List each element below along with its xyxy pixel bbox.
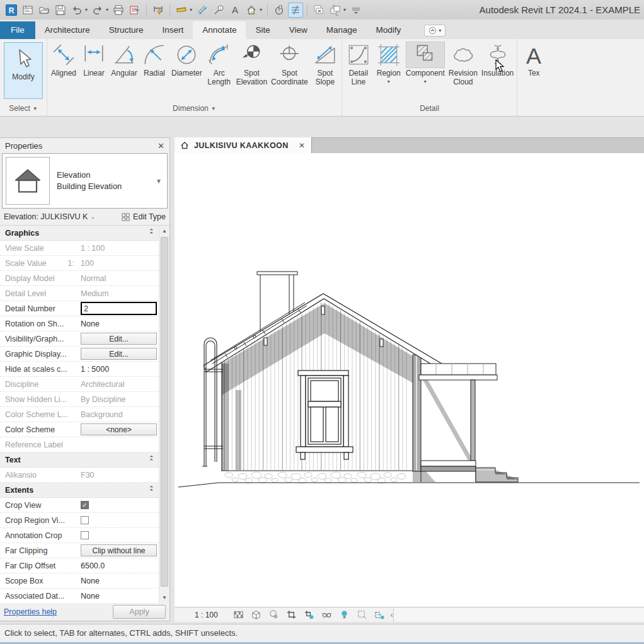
- tab-site[interactable]: Site: [246, 21, 279, 39]
- reveal-constraints-icon[interactable]: [355, 609, 369, 621]
- undo-button-dropdown[interactable]: ▾: [85, 7, 88, 13]
- measure-button-icon[interactable]: [174, 3, 189, 18]
- scroll-down-icon[interactable]: ▼: [159, 592, 170, 603]
- tool-dropdown-icon[interactable]: ▾: [388, 79, 390, 84]
- scroll-up-icon[interactable]: ▲: [159, 226, 170, 236]
- tool-dropdown-icon[interactable]: ▾: [424, 79, 427, 84]
- revit-logo-icon[interactable]: R: [4, 3, 19, 18]
- param-value[interactable]: 1 : 5000: [78, 365, 159, 374]
- open-button-icon[interactable]: [37, 3, 52, 18]
- ribbon-minimize-button[interactable]: ▾: [424, 25, 446, 37]
- section-button-icon[interactable]: [272, 3, 287, 18]
- collapse-section-icon[interactable]: ⌃⌃: [149, 457, 154, 463]
- param-value[interactable]: None: [78, 592, 159, 601]
- tool-revision-cloud[interactable]: Revision Cloud: [447, 40, 480, 88]
- param-value[interactable]: None: [78, 577, 159, 585]
- close-inactive-windows-button-icon[interactable]: [311, 3, 326, 18]
- edit-type-button[interactable]: Edit Type: [121, 212, 166, 222]
- tab-annotate[interactable]: Annotate: [193, 21, 246, 39]
- properties-help-link[interactable]: Properties help: [4, 607, 57, 616]
- tab-view[interactable]: View: [280, 21, 317, 39]
- text-button-icon[interactable]: A: [227, 3, 243, 18]
- tool-modify[interactable]: Modify: [4, 42, 43, 99]
- sun-path-icon[interactable]: [267, 609, 281, 621]
- param-button-far-clipping[interactable]: Clip without line: [81, 544, 157, 556]
- collapse-section-icon[interactable]: ⌃⌃: [149, 230, 154, 236]
- panel-label[interactable]: Dimension▼: [47, 101, 342, 116]
- tag-button-icon[interactable]: 1: [211, 3, 226, 18]
- param-checkbox-crop-view[interactable]: ✓: [81, 501, 89, 509]
- tab-insert[interactable]: Insert: [153, 21, 193, 39]
- param-value[interactable]: 6500.0: [78, 561, 159, 570]
- tab-manage[interactable]: Manage: [317, 21, 367, 39]
- view-tab[interactable]: JULKISIVU KAAKKOON ✕: [175, 137, 312, 153]
- tool-component[interactable]: Component▾: [404, 40, 447, 86]
- drawing-viewport[interactable]: [175, 153, 644, 607]
- properties-close-icon[interactable]: ✕: [158, 141, 164, 151]
- redo-button-icon[interactable]: [90, 3, 105, 18]
- switch-windows-button-dropdown[interactable]: ▾: [343, 7, 346, 13]
- tab-modify[interactable]: Modify: [366, 21, 410, 39]
- aligned-dimension-button-icon[interactable]: [195, 3, 210, 18]
- show-crop-icon[interactable]: [302, 609, 316, 621]
- sheet-button-icon[interactable]: [127, 3, 142, 18]
- tool-angular[interactable]: Angular: [109, 40, 139, 79]
- collapse-section-icon[interactable]: ⌃⌃: [149, 487, 154, 493]
- save-button-icon[interactable]: [53, 3, 68, 18]
- param-checkbox-crop-region-vi[interactable]: [81, 516, 89, 524]
- tool-spot-coordinate[interactable]: Spot Coordinate: [269, 40, 310, 88]
- type-selector[interactable]: Elevation Building Elevation ▼: [2, 153, 168, 209]
- tool-aligned[interactable]: Aligned: [49, 40, 79, 79]
- properties-scrollbar[interactable]: ▲ ▼: [159, 226, 170, 603]
- instance-caret-icon[interactable]: ⌄: [90, 214, 95, 220]
- param-button-graphic-display[interactable]: Edit...: [81, 348, 157, 360]
- home-window-button-icon[interactable]: [20, 3, 35, 18]
- tool-diameter[interactable]: Diameter: [170, 40, 204, 79]
- redo-button-dropdown[interactable]: ▾: [106, 7, 108, 13]
- tool-detail-line[interactable]: Detail Line: [343, 40, 374, 88]
- measure-button-dropdown[interactable]: ▾: [190, 7, 192, 13]
- type-selector-caret-icon[interactable]: ▼: [151, 178, 167, 185]
- default-3d-view-button-icon[interactable]: [244, 3, 259, 18]
- print-button-icon[interactable]: [111, 3, 126, 18]
- tool-tex[interactable]: ATex: [519, 40, 549, 79]
- panel-label[interactable]: Select▼: [0, 101, 47, 116]
- reveal-hidden-icon[interactable]: [320, 609, 334, 621]
- tool-arc-length[interactable]: Arc Length: [204, 40, 234, 88]
- tool-spot-elevation[interactable]: Spot Elevation: [234, 40, 269, 88]
- scrollbar-thumb[interactable]: [161, 237, 168, 587]
- tool-spot-slope[interactable]: Spot Slope: [310, 40, 340, 88]
- thin-lines-button-icon[interactable]: [288, 3, 303, 18]
- detail-level-icon[interactable]: [232, 609, 246, 621]
- tab-structure[interactable]: Structure: [100, 21, 153, 39]
- param-row-color-scheme-l: Color Scheme L...Background: [0, 407, 159, 422]
- tool-label: Spot Slope: [315, 69, 335, 86]
- section-text[interactable]: Text⌃⌃: [0, 452, 159, 468]
- param-checkbox-annotation-crop[interactable]: [81, 531, 89, 539]
- param-value[interactable]: None: [78, 319, 159, 328]
- view-tab-close-icon[interactable]: ✕: [299, 141, 305, 150]
- crop-region-icon[interactable]: [285, 609, 299, 621]
- section-extents[interactable]: Extents⌃⌃: [0, 483, 159, 498]
- tab-architecture[interactable]: Architecture: [35, 21, 100, 39]
- tool-region[interactable]: Region▾: [374, 40, 404, 86]
- tool-radial[interactable]: Radial: [139, 40, 170, 79]
- undo-button-icon[interactable]: [69, 3, 84, 18]
- crop-bulb-icon[interactable]: [373, 609, 387, 621]
- temporary-hide-icon[interactable]: [338, 609, 352, 621]
- switch-windows-button-icon[interactable]: [328, 3, 343, 18]
- customize-qat-button-icon[interactable]: [348, 3, 364, 18]
- tab-file[interactable]: File: [0, 21, 35, 39]
- section-graphics[interactable]: Graphics⌃⌃: [0, 226, 159, 241]
- tool-linear[interactable]: Linear: [79, 40, 109, 79]
- default-3d-view-button-dropdown[interactable]: ▾: [260, 7, 262, 13]
- visual-style-icon[interactable]: [250, 609, 263, 621]
- pin-dimension-button-icon[interactable]: [151, 3, 166, 18]
- param-label: Detail Number: [0, 304, 78, 313]
- param-input-detail-number[interactable]: 2: [81, 302, 157, 315]
- apply-button[interactable]: Apply: [113, 605, 166, 619]
- instance-selector[interactable]: Elevation: JULKISIVU K: [4, 212, 88, 221]
- param-button-visibility-graph[interactable]: Edit...: [81, 333, 157, 345]
- scale-control[interactable]: 1 : 100: [195, 611, 218, 619]
- param-button-color-scheme[interactable]: <none>: [81, 423, 157, 435]
